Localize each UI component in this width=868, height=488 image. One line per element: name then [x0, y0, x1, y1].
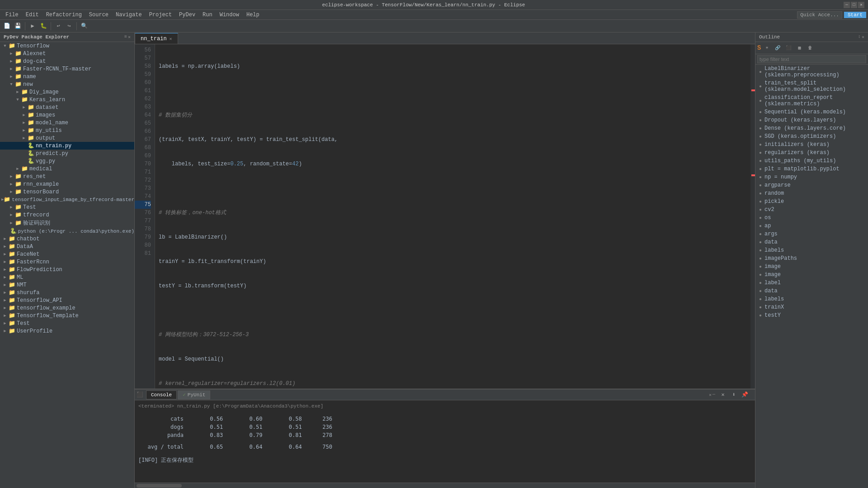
sidebar-collapse-btn[interactable]: ≡	[124, 34, 127, 40]
menu-navigate[interactable]: Navigate	[112, 11, 146, 19]
console-scrollbar[interactable]	[135, 483, 755, 488]
quick-access[interactable]: Quick Acce...	[797, 11, 842, 19]
undo-button[interactable]: ↩	[53, 21, 63, 31]
menu-source[interactable]: Source	[85, 11, 112, 19]
outline-item-args[interactable]: ● args	[755, 230, 868, 238]
code-content[interactable]: labels = np.array(labels) # 数据集切分 (train…	[155, 44, 750, 389]
outline-item-regularizers[interactable]: ● regularizers (keras)	[755, 149, 868, 157]
menu-edit[interactable]: Edit	[22, 11, 42, 19]
outline-delete-btn[interactable]: 🗑	[805, 43, 815, 53]
outline-item-cv2[interactable]: ● cv2	[755, 206, 868, 214]
outline-item-data2[interactable]: ● data	[755, 287, 868, 295]
tree-item-model-name[interactable]: ▶ 📁 model_name	[0, 119, 134, 127]
tree-item-tensorflow-api[interactable]: ▶ 📁 Tensorflow_API	[0, 296, 134, 304]
outline-item-random[interactable]: ● random	[755, 189, 868, 197]
tree-item-shurufa[interactable]: ▶ 📁 shurufa	[0, 289, 134, 296]
tree-item-images[interactable]: ▶ 📁 images	[0, 111, 134, 119]
menu-project[interactable]: Project	[146, 11, 175, 19]
tree-item-chatbot[interactable]: ▶ 📁 chatbot	[0, 235, 134, 243]
maximize-button[interactable]: □	[851, 2, 857, 8]
tree-item-tfrecord[interactable]: ▶ 📁 tfrecord	[0, 211, 134, 219]
outline-highlight-btn[interactable]: ☀	[762, 43, 772, 53]
outline-item-data[interactable]: ● data	[755, 238, 868, 246]
tree-item-name[interactable]: ▶ 📁 name	[0, 73, 134, 80]
tab-console[interactable]: Console	[146, 390, 177, 399]
tree-item-tensorflow-example[interactable]: ▶ 📁 tensorflow_example	[0, 304, 134, 312]
outline-item-dropout[interactable]: ● Dropout (keras.layers)	[755, 116, 868, 124]
outline-item-image1[interactable]: ● image	[755, 263, 868, 271]
tree-item-userprofile[interactable]: ▶ 📁 UserProfile	[0, 327, 134, 335]
tree-item-faster-rcnn[interactable]: ▶ 📁 Faster-RCNN_TF-master	[0, 65, 134, 73]
console-minimize-btn[interactable]: ─	[712, 392, 715, 397]
outline-item-utils-paths[interactable]: ● utils_paths (my_utils)	[755, 157, 868, 165]
tree-item-facenet[interactable]: ▶ 📁 FaceNet	[0, 250, 134, 258]
tree-item-my-utils[interactable]: ▶ 📁 my_utils	[0, 127, 134, 134]
tree-item-vgg[interactable]: ▶ 🐍 vgg.py	[0, 157, 134, 165]
menu-run[interactable]: Run	[199, 11, 216, 19]
outline-filter-input[interactable]	[757, 55, 866, 63]
minimize-button[interactable]: ─	[844, 2, 850, 8]
outline-item-train-test-split[interactable]: ● train_test_split (sklearn.model_select…	[755, 79, 868, 94]
tree-item-yanzhengma[interactable]: ▶ 📁 验证码识别	[0, 219, 134, 227]
tree-item-dog-cat[interactable]: ▶ 📁 dog-cat	[0, 57, 134, 65]
search-button[interactable]: 🔍	[79, 21, 89, 31]
outline-item-labels2[interactable]: ● labels	[755, 295, 868, 303]
outline-item-testy[interactable]: ● testY	[755, 311, 868, 319]
tree-item-flowprediction[interactable]: ▶ 📁 FlowPrediction	[0, 266, 134, 273]
tree-item-predict[interactable]: ▶ 🐍 predict.py	[0, 150, 134, 157]
outline-item-image2[interactable]: ● image	[755, 271, 868, 279]
outline-expand-btn[interactable]: ▦	[794, 43, 804, 53]
tree-item-new[interactable]: ▼ 📁 new	[0, 80, 134, 88]
tree-item-nn-train[interactable]: ▶ 🐍 nn_train.py	[0, 142, 134, 150]
tree-item-fasterrcnn[interactable]: ▶ 📁 FasterRcnn	[0, 258, 134, 266]
tree-item-dataa[interactable]: ▶ 📁 DataA	[0, 243, 134, 250]
outline-link-btn[interactable]: 🔗	[773, 43, 783, 53]
tree-item-tensorflow[interactable]: ▼ 📁 Tensorflow	[0, 42, 134, 50]
menu-pydev[interactable]: PyDev	[175, 11, 199, 19]
tree-item-rnn-example[interactable]: ▶ 📁 rnn_example	[0, 180, 134, 188]
code-editor[interactable]: 56 57 58 59 60 61 62 63 64 65 66 67 68 6…	[135, 44, 755, 389]
tab-nn-train[interactable]: nn_train ✕	[135, 33, 178, 44]
tree-item-tensorboard[interactable]: ▶ 📁 tensorBoard	[0, 188, 134, 196]
console-scroll-thumb[interactable]	[137, 484, 182, 488]
outline-item-np[interactable]: ● np = numpy	[755, 173, 868, 181]
menu-file[interactable]: File	[2, 11, 22, 19]
tab-pyunit[interactable]: ✓ PyUnit	[178, 390, 210, 399]
tab-close-icon[interactable]: ✕	[170, 36, 172, 42]
new-button[interactable]: 📄	[2, 21, 12, 31]
console-clear-btn[interactable]: ✕	[718, 390, 728, 400]
console-scroll-btn[interactable]: ⬇	[729, 390, 739, 400]
tree-item-nmt[interactable]: ▶ 📁 NMT	[0, 281, 134, 289]
tree-item-keras-learn[interactable]: ▼ 📁 Keras_learn	[0, 96, 134, 103]
console-close-btn[interactable]: ✕	[709, 392, 712, 398]
tree-item-python[interactable]: ▶ 🐍 python (e:\Progr ... conda3\python.e…	[0, 227, 134, 235]
redo-button[interactable]: ↪	[64, 21, 74, 31]
run-button[interactable]: ▶	[28, 21, 38, 31]
outline-item-label[interactable]: ● label	[755, 279, 868, 287]
console-pin-btn[interactable]: 📌	[740, 390, 750, 400]
debug-button[interactable]: 🐛	[38, 21, 48, 31]
save-button[interactable]: 💾	[13, 21, 23, 31]
outline-item-labels[interactable]: ● labels	[755, 246, 868, 254]
outline-item-classification-report[interactable]: ● classification_report (sklearn.metrics…	[755, 94, 868, 108]
tree-item-output[interactable]: ▶ 📁 output	[0, 134, 134, 142]
tree-item-tensorflow-input[interactable]: ▶ 📁 tensorflow_input_image_by_tfrecord-m…	[0, 196, 134, 203]
tree-item-res-net[interactable]: ▶ 📁 res_net	[0, 173, 134, 180]
outline-item-pickle[interactable]: ● pickle	[755, 197, 868, 206]
outline-item-plt[interactable]: ● plt = matplotlib.pyplot	[755, 165, 868, 173]
tree-item-dataset[interactable]: ▶ 📁 dataset	[0, 103, 134, 111]
outline-collapse-btn[interactable]: ⬛	[783, 43, 793, 53]
outline-item-sequential[interactable]: ● Sequential (keras.models)	[755, 108, 868, 116]
start-button[interactable]: Start	[844, 12, 866, 18]
outline-item-argparse[interactable]: ● argparse	[755, 181, 868, 189]
outline-item-trainx[interactable]: ● trainX	[755, 303, 868, 311]
tree-item-alexnet[interactable]: ▶ 📁 Alexnet	[0, 50, 134, 57]
tree-item-ml[interactable]: ▶ 📁 ML	[0, 273, 134, 281]
outline-item-initializers[interactable]: ● initializers (keras)	[755, 141, 868, 149]
close-button[interactable]: ✕	[858, 2, 864, 8]
outline-item-ap[interactable]: ● ap	[755, 222, 868, 230]
tree-item-test1[interactable]: ▶ 📁 Test	[0, 203, 134, 211]
outline-item-labelbinarizer[interactable]: ● LabelBinarizer (sklearn.preprocessing)	[755, 65, 868, 79]
menu-help[interactable]: Help	[243, 11, 263, 19]
outline-item-os[interactable]: ● os	[755, 214, 868, 222]
